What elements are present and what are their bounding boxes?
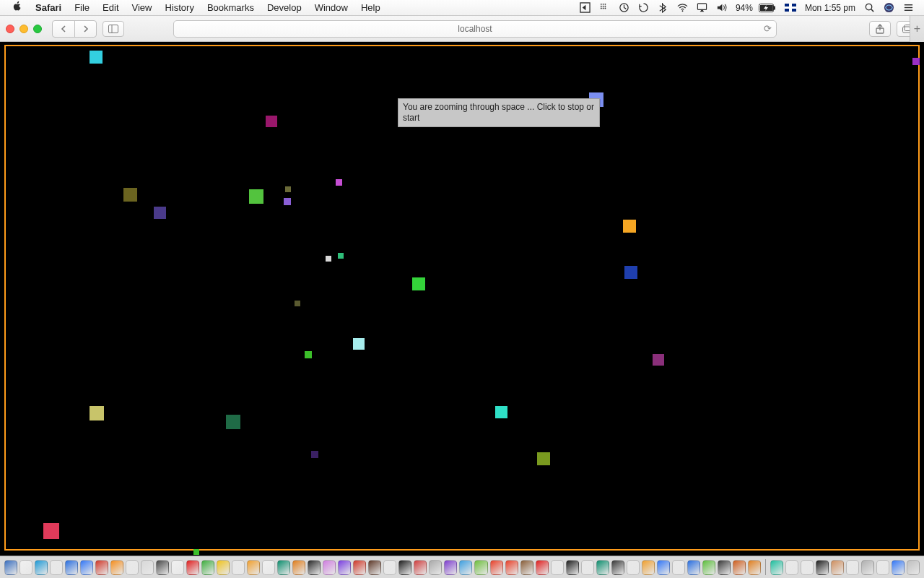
dock-app-icon[interactable] — [611, 560, 624, 575]
volume-icon[interactable] — [712, 0, 731, 16]
dock-app-icon[interactable] — [141, 560, 154, 575]
flag-icon[interactable] — [780, 0, 801, 16]
dock-app-icon[interactable] — [551, 560, 564, 575]
dock-app-icon[interactable] — [277, 560, 290, 575]
dock-app-icon[interactable] — [801, 560, 814, 575]
dock-app-icon[interactable] — [490, 560, 503, 575]
fullscreen-window-button[interactable] — [33, 25, 42, 33]
macos-dock — [0, 556, 924, 578]
close-window-button[interactable] — [6, 25, 14, 33]
menu-file[interactable]: File — [68, 0, 96, 16]
status-icon[interactable] — [595, 0, 614, 16]
minimize-window-button[interactable] — [19, 25, 28, 33]
dock-app-icon[interactable] — [846, 560, 859, 575]
new-tab-button[interactable]: + — [910, 16, 924, 42]
dock-app-icon[interactable] — [110, 560, 123, 575]
dock-app-icon[interactable] — [338, 560, 351, 575]
apple-menu[interactable] — [6, 0, 29, 16]
dock-app-icon[interactable] — [657, 560, 670, 575]
dock-app-icon[interactable] — [816, 560, 829, 575]
menubar-clock[interactable]: Mon 1:55 pm — [801, 0, 860, 16]
dock-app-icon[interactable] — [687, 560, 700, 575]
dock-app-icon[interactable] — [368, 560, 381, 575]
dock-app-icon[interactable] — [520, 560, 533, 575]
dock-app-icon[interactable] — [35, 560, 48, 575]
dock-app-icon[interactable] — [474, 560, 487, 575]
dock-app-icon[interactable] — [186, 560, 199, 575]
siri-icon[interactable] — [879, 0, 899, 16]
menu-edit[interactable]: Edit — [96, 0, 125, 16]
menu-history[interactable]: History — [158, 0, 200, 16]
dock-app-icon[interactable] — [642, 560, 655, 575]
dock-app-icon[interactable] — [171, 560, 184, 575]
address-bar[interactable]: localhost ⟳ — [173, 20, 777, 38]
status-icon[interactable] — [575, 0, 595, 16]
dock-app-icon[interactable] — [217, 560, 230, 575]
dock-app-icon[interactable] — [353, 560, 366, 575]
dock-app-icon[interactable] — [95, 560, 108, 575]
dock-app-icon[interactable] — [444, 560, 457, 575]
dock-app-icon[interactable] — [308, 560, 321, 575]
space-square — [338, 253, 344, 259]
forward-button[interactable] — [74, 21, 96, 37]
dock-app-icon[interactable] — [201, 560, 214, 575]
battery-icon[interactable] — [754, 0, 780, 16]
dock-app-icon[interactable] — [292, 560, 305, 575]
menu-help[interactable]: Help — [354, 0, 387, 16]
menu-bookmarks[interactable]: Bookmarks — [201, 0, 261, 16]
dock-app-icon[interactable] — [785, 560, 798, 575]
dock-app-icon[interactable] — [50, 560, 63, 575]
menu-develop[interactable]: Develop — [261, 0, 308, 16]
dock-app-icon[interactable] — [398, 560, 411, 575]
dock-app-icon[interactable] — [19, 560, 32, 575]
dock-app-icon[interactable] — [536, 560, 549, 575]
dock-app-icon[interactable] — [876, 560, 889, 575]
space-square — [154, 207, 166, 219]
dock-app-icon[interactable] — [414, 560, 427, 575]
reload-button[interactable]: ⟳ — [764, 23, 772, 34]
menu-window[interactable]: Window — [308, 0, 354, 16]
dock-app-icon[interactable] — [323, 560, 336, 575]
dock-app-icon[interactable] — [770, 560, 783, 575]
dock-app-icon[interactable] — [672, 560, 685, 575]
dock-app-icon[interactable] — [702, 560, 715, 575]
dock-app-icon[interactable] — [505, 560, 518, 575]
dock-app-icon[interactable] — [80, 560, 93, 575]
spotlight-icon[interactable] — [860, 0, 879, 16]
dock-app-icon[interactable] — [907, 560, 920, 575]
dock-app-icon[interactable] — [581, 560, 594, 575]
airplay-icon[interactable] — [692, 0, 712, 16]
app-name[interactable]: Safari — [29, 0, 68, 16]
notification-center-icon[interactable] — [899, 0, 918, 16]
bluetooth-icon[interactable] — [653, 0, 673, 16]
menu-view[interactable]: View — [126, 0, 159, 16]
dock-app-icon[interactable] — [861, 560, 874, 575]
dock-app-icon[interactable] — [831, 560, 844, 575]
dock-app-icon[interactable] — [596, 560, 609, 575]
share-button[interactable] — [869, 21, 891, 37]
dock-app-icon[interactable] — [733, 560, 746, 575]
dock-app-icon[interactable] — [247, 560, 260, 575]
dock-app-icon[interactable] — [126, 560, 139, 575]
dock-app-icon[interactable] — [892, 560, 905, 575]
svg-rect-14 — [774, 6, 775, 9]
sidebar-button[interactable] — [103, 21, 124, 37]
back-button[interactable] — [53, 21, 74, 37]
dock-app-icon[interactable] — [156, 560, 169, 575]
dock-app-icon[interactable] — [627, 560, 640, 575]
dock-app-icon[interactable] — [262, 560, 275, 575]
dock-app-icon[interactable] — [65, 560, 78, 575]
avast-icon[interactable] — [614, 0, 634, 16]
timemachine-icon[interactable] — [634, 0, 653, 16]
dock-app-icon[interactable] — [383, 560, 396, 575]
dock-app-icon[interactable] — [566, 560, 579, 575]
dock-app-icon[interactable] — [429, 560, 442, 575]
wifi-icon[interactable] — [673, 0, 692, 16]
dock-app-icon[interactable] — [748, 560, 761, 575]
dock-app-icon[interactable] — [232, 560, 245, 575]
space-square — [336, 179, 342, 186]
dock-app-icon[interactable] — [4, 560, 17, 575]
dock-app-icon[interactable] — [459, 560, 472, 575]
space-square — [326, 256, 331, 262]
dock-app-icon[interactable] — [718, 560, 731, 575]
